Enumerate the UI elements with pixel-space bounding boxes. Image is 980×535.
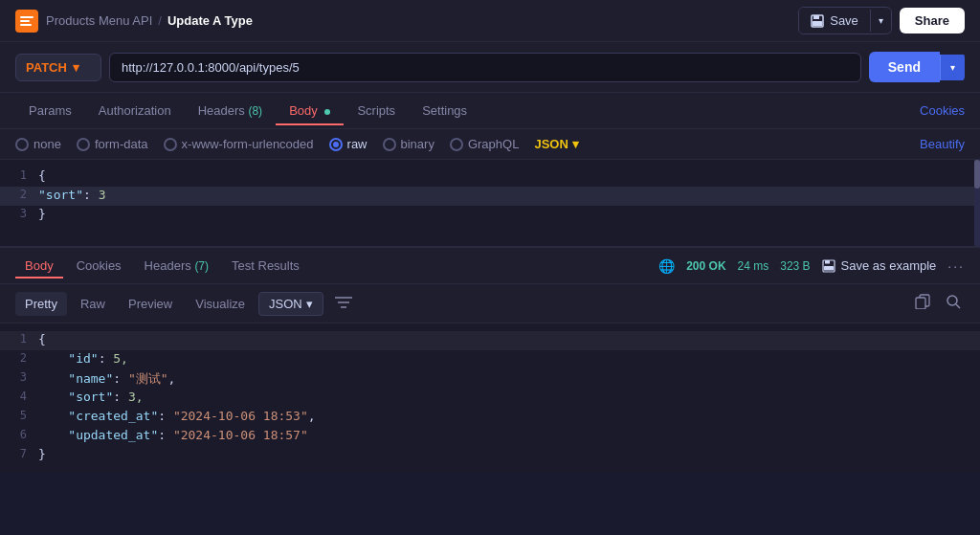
svg-rect-7	[825, 260, 830, 264]
resp-body-tab-visualize[interactable]: Visualize	[186, 292, 255, 316]
url-input[interactable]	[109, 53, 861, 82]
breadcrumb-current: Update A Type	[167, 13, 253, 28]
response-header: Body Cookies Headers (7) Test Results 🌐 …	[0, 246, 980, 284]
filter-icon[interactable]	[327, 292, 360, 316]
svg-rect-13	[916, 298, 925, 309]
url-bar: PATCH ▾ Send ▾	[0, 42, 980, 93]
body-type-form-data[interactable]: form-data	[77, 137, 148, 151]
json-dropdown-icon: ▾	[572, 137, 579, 151]
svg-point-14	[947, 296, 957, 305]
response-meta: 🌐 200 OK 24 ms 323 B Save as example ···	[658, 258, 965, 274]
beautify-button[interactable]: Beautify	[920, 137, 965, 151]
header: Products Menu API / Update A Type Save ▾…	[0, 0, 980, 42]
cookies-link[interactable]: Cookies	[920, 103, 965, 118]
method-selector[interactable]: PATCH ▾	[15, 54, 101, 81]
filter-svg	[335, 296, 352, 309]
json-format-selector[interactable]: JSON ▾	[534, 137, 578, 151]
radio-binary	[383, 138, 396, 151]
save-button[interactable]: Save	[799, 8, 870, 33]
save-button-group[interactable]: Save ▾	[798, 7, 892, 34]
share-button[interactable]: Share	[900, 8, 965, 33]
tab-body[interactable]: Body	[276, 96, 344, 125]
resp-tab-body[interactable]: Body	[15, 254, 63, 278]
svg-rect-2	[20, 24, 32, 26]
tab-authorization[interactable]: Authorization	[85, 96, 185, 125]
breadcrumb-separator: /	[158, 13, 162, 28]
svg-rect-4	[813, 15, 819, 19]
headers-badge: (8)	[248, 104, 262, 118]
code-line-1: 1 {	[0, 167, 980, 187]
body-type-url-encoded[interactable]: x-www-form-urlencoded	[164, 137, 314, 151]
resp-line-1: 1 {	[0, 331, 980, 350]
radio-raw	[329, 138, 343, 151]
request-tabs: Params Authorization Headers (8) Body Sc…	[0, 93, 980, 129]
radio-form-data	[77, 138, 90, 151]
resp-line-6: 6 "updated_at": "2024-10-06 18:57"	[0, 427, 980, 446]
response-json-selector[interactable]: JSON ▾	[258, 292, 323, 316]
copy-button[interactable]	[911, 290, 934, 317]
breadcrumb: Products Menu API / Update A Type	[46, 13, 253, 28]
search-button[interactable]	[942, 290, 965, 317]
tab-settings[interactable]: Settings	[409, 96, 480, 125]
resp-line-7: 7 }	[0, 446, 980, 465]
breadcrumb-parent[interactable]: Products Menu API	[46, 13, 152, 28]
body-type-none[interactable]: none	[15, 137, 61, 151]
response-time: 24 ms	[738, 259, 769, 273]
app-icon	[15, 10, 38, 33]
status-badge: 200 OK	[686, 259, 725, 273]
svg-rect-5	[813, 21, 822, 26]
send-dropdown-button[interactable]: ▾	[940, 55, 965, 80]
resp-body-tab-pretty[interactable]: Pretty	[15, 292, 67, 316]
body-type-graphql[interactable]: GraphQL	[450, 137, 519, 151]
resp-line-3: 3 "name": "测试",	[0, 369, 980, 389]
svg-rect-0	[20, 16, 33, 18]
svg-rect-1	[20, 20, 30, 22]
response-editor: 1 { 2 "id": 5, 3 "name": "测试", 4 "sort":…	[0, 323, 980, 473]
radio-graphql	[450, 138, 463, 151]
search-icon	[946, 294, 961, 309]
resp-line-5: 5 "created_at": "2024-10-06 18:53",	[0, 408, 980, 427]
more-options-button[interactable]: ···	[947, 258, 965, 274]
body-type-raw[interactable]: raw	[329, 137, 368, 151]
method-label: PATCH	[26, 60, 67, 75]
resp-body-actions	[911, 290, 965, 317]
tab-scripts[interactable]: Scripts	[344, 96, 409, 125]
method-dropdown-icon: ▾	[73, 60, 91, 75]
globe-icon: 🌐	[658, 258, 675, 274]
resp-tab-cookies[interactable]: Cookies	[67, 254, 131, 278]
resp-json-dropdown-icon: ▾	[306, 297, 313, 311]
svg-line-15	[956, 304, 960, 308]
editor-scrollbar[interactable]	[974, 160, 980, 246]
response-size: 323 B	[780, 259, 810, 273]
resp-tab-headers[interactable]: Headers (7)	[135, 254, 218, 278]
save-dropdown-button[interactable]: ▾	[870, 10, 891, 32]
tab-params[interactable]: Params	[15, 96, 85, 125]
radio-none	[15, 138, 29, 151]
copy-icon	[915, 294, 930, 309]
header-right: Save ▾ Share	[798, 7, 965, 34]
body-dot	[324, 109, 330, 115]
body-type-selector: none form-data x-www-form-urlencoded raw…	[0, 129, 980, 160]
save-example-icon	[822, 259, 835, 273]
resp-headers-badge: (7)	[194, 259, 209, 273]
send-button-group[interactable]: Send ▾	[869, 52, 965, 82]
svg-rect-8	[824, 266, 834, 271]
response-body-tabs: Pretty Raw Preview Visualize JSON ▾	[0, 284, 980, 323]
resp-line-2: 2 "id": 5,	[0, 350, 980, 369]
radio-url-encoded	[164, 138, 177, 151]
save-icon	[811, 14, 824, 28]
request-editor[interactable]: 1 { 2 "sort": 3 3 }	[0, 160, 980, 246]
save-example-button[interactable]: Save as example	[822, 258, 937, 273]
resp-body-tab-raw[interactable]: Raw	[71, 292, 115, 316]
body-type-binary[interactable]: binary	[383, 137, 434, 151]
send-button[interactable]: Send	[869, 52, 940, 82]
resp-line-4: 4 "sort": 3,	[0, 389, 980, 408]
tab-headers[interactable]: Headers (8)	[185, 96, 276, 125]
scrollbar-thumb	[974, 160, 980, 189]
code-line-2: 2 "sort": 3	[0, 187, 980, 206]
resp-body-tab-preview[interactable]: Preview	[119, 292, 182, 316]
header-left: Products Menu API / Update A Type	[15, 10, 253, 33]
code-line-3: 3 }	[0, 206, 980, 225]
resp-tab-test-results[interactable]: Test Results	[222, 254, 309, 278]
